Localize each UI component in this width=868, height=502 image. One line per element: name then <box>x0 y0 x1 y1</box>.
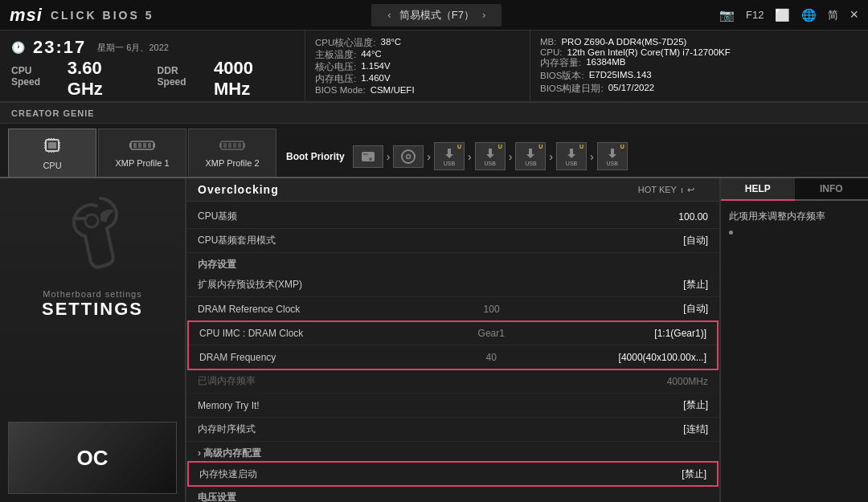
tab-cpu[interactable]: CPU <box>8 129 96 177</box>
boot-arrow-6: › <box>590 150 594 163</box>
mode-selector[interactable]: ‹ 简易模式（F7） › <box>371 4 502 27</box>
list-item[interactable]: 内存快速启动 [禁止] <box>188 462 718 486</box>
boot-device-usb3[interactable]: U USB <box>515 142 546 170</box>
arrow-right-icon: › <box>482 9 485 21</box>
sidebar-oc-thumb[interactable]: OC <box>8 422 177 494</box>
tab-help[interactable]: HELP <box>721 178 795 201</box>
setting-name: DRAM Frequency <box>199 352 430 363</box>
sidebar-icon-area: Motherboard settings SETTINGS <box>8 186 177 320</box>
section-advanced-mem[interactable]: › 高级内存配置 <box>186 442 719 462</box>
tab-xmp1-label: XMP Profile 1 <box>115 158 169 168</box>
tabs-row: CPU XMP Profile 1 <box>0 124 868 178</box>
speed-row: CPU Speed 3.60 GHz DDR Speed 4000 MHz <box>11 58 293 100</box>
list-item[interactable]: CPU基频套用模式 [自动] <box>186 229 719 253</box>
oc-label: OC <box>77 446 108 471</box>
list-item: 已调内存频率 4000MHz <box>186 369 719 394</box>
setting-val: [禁止] <box>554 278 708 292</box>
boot-device-usb5[interactable]: U USB <box>597 142 628 170</box>
clock-icon: 🕐 <box>11 41 25 54</box>
boot-devices[interactable]: › › U USB › U USB › U <box>353 142 628 170</box>
setting-val: [自动] <box>554 302 708 316</box>
setting-name: 扩展内存预设技术(XMP) <box>198 278 430 292</box>
boot-arrow-3: › <box>468 150 472 163</box>
setting-name: 内存快速启动 <box>199 467 430 481</box>
logo-area: msi CLICK BIOS 5 <box>10 5 154 26</box>
fullscreen-icon[interactable]: ⬜ <box>775 8 790 22</box>
tab-info[interactable]: INFO <box>795 178 869 201</box>
setting-val: 100.00 <box>554 211 708 222</box>
svg-point-32 <box>407 154 411 158</box>
list-item[interactable]: CPU IMC : DRAM Clock Gear1 [1:1(Gear1)] <box>188 321 718 345</box>
cpu-icon <box>41 137 63 159</box>
cpu-speed-val: 3.60 GHz <box>68 58 141 100</box>
highlight-group-2: 内存快速启动 [禁止] <box>188 462 718 486</box>
setting-val: [禁止] <box>553 467 706 481</box>
svg-rect-23 <box>228 143 231 148</box>
svg-rect-24 <box>233 143 236 148</box>
camera-icon[interactable]: 📷 <box>719 8 735 22</box>
setting-val: [4000(40x100.00x...] <box>553 352 706 363</box>
ddr-speed: DDR Speed 4000 MHz <box>158 58 293 100</box>
tab-xmp1[interactable]: XMP Profile 1 <box>98 129 186 177</box>
boot-priority-area: Boot Priority › › U USB › U USB <box>278 142 868 177</box>
hotkey-area: HOT KEY ı ↩ <box>638 185 708 195</box>
sidebar-text-area: Motherboard settings SETTINGS <box>42 289 143 320</box>
setting-val: [自动] <box>554 234 708 247</box>
mode-label: 简易模式（F7） <box>399 8 474 22</box>
list-item[interactable]: Memory Try It! [禁止] <box>186 394 719 418</box>
setting-name: 已调内存频率 <box>198 374 430 388</box>
svg-rect-1 <box>48 142 56 149</box>
boot-device-usb4[interactable]: U USB <box>556 142 587 170</box>
setting-val: 4000MHz <box>554 376 708 387</box>
boot-arrow-1: › <box>387 150 391 163</box>
setting-mid: 40 <box>430 352 553 363</box>
svg-rect-18 <box>148 143 151 148</box>
tab-xmp2[interactable]: XMP Profile 2 <box>188 129 276 177</box>
list-item[interactable]: DRAM Reference Clock 100 [自动] <box>186 297 719 321</box>
setting-val: [1:1(Gear1)] <box>553 328 706 339</box>
setting-val: [禁止] <box>554 398 708 412</box>
creator-genie-label: CREATOR GENIE <box>11 108 95 118</box>
boot-device-usb1[interactable]: U USB <box>434 142 465 170</box>
center-content: Overclocking HOT KEY ı ↩ CPU基频 100.00 CP… <box>186 178 719 502</box>
cpu-speed: CPU Speed 3.60 GHz <box>11 58 141 100</box>
ddr-speed-label: DDR Speed <box>158 65 209 88</box>
help-dot <box>729 231 733 235</box>
time-display: 23:17 <box>33 37 86 58</box>
svg-rect-28 <box>362 152 375 161</box>
close-button[interactable]: × <box>850 6 858 23</box>
hotkey-icon: ı <box>681 185 683 194</box>
help-panel: HELP INFO 此项用来调整内存频率 <box>719 178 868 502</box>
list-item[interactable]: DRAM Frequency 40 [4000(40x100.00x...] <box>188 345 718 369</box>
highlight-group-1: CPU IMC : DRAM Clock Gear1 [1:1(Gear1)] … <box>188 321 718 369</box>
help-text: 此项用来调整内存频率 <box>729 210 825 222</box>
globe-icon[interactable]: 🌐 <box>801 8 817 22</box>
section-voltage: 电压设置 <box>186 486 719 502</box>
lang-label: 简 <box>828 8 838 22</box>
boot-device-hdd[interactable] <box>353 145 383 168</box>
bios-date-row: BIOS构建日期:05/17/2022 <box>540 83 858 95</box>
xmp1-icon <box>129 138 155 157</box>
cpu-model-row: CPU:12th Gen Intel(R) Core(TM) i7-12700K… <box>540 47 858 57</box>
svg-rect-15 <box>133 143 137 148</box>
weekday: 星期一 6月、2022 <box>97 42 169 54</box>
creator-genie-bar: CREATOR GENIE <box>0 103 868 124</box>
core-voltage-row: 核心电压:1.154V <box>315 61 520 73</box>
list-item[interactable]: 扩展内存预设技术(XMP) [禁止] <box>186 273 719 297</box>
setting-name: Memory Try It! <box>198 400 430 411</box>
list-item[interactable]: CPU基频 100.00 <box>186 205 719 229</box>
list-item[interactable]: 内存时序模式 [连结] <box>186 418 719 442</box>
bios-name: CLICK BIOS 5 <box>51 9 154 22</box>
mem-cap-row: 内存容量:16384MB <box>540 57 858 69</box>
svg-point-33 <box>85 214 98 227</box>
setting-name: 内存时序模式 <box>198 422 430 436</box>
svg-rect-16 <box>138 143 141 148</box>
ddr-speed-val: 4000 MHz <box>214 58 293 100</box>
boot-device-cd[interactable] <box>393 145 424 168</box>
boot-device-usb2[interactable]: U USB <box>475 142 506 170</box>
info-left: 🕐 23:17 星期一 6月、2022 CPU Speed 3.60 GHz D… <box>0 31 305 101</box>
setting-val: [连结] <box>554 422 708 436</box>
svg-rect-19 <box>129 143 131 148</box>
cpu-temp-row: CPU核心温度:38°C <box>315 37 520 49</box>
back-icon[interactable]: ↩ <box>687 185 694 195</box>
